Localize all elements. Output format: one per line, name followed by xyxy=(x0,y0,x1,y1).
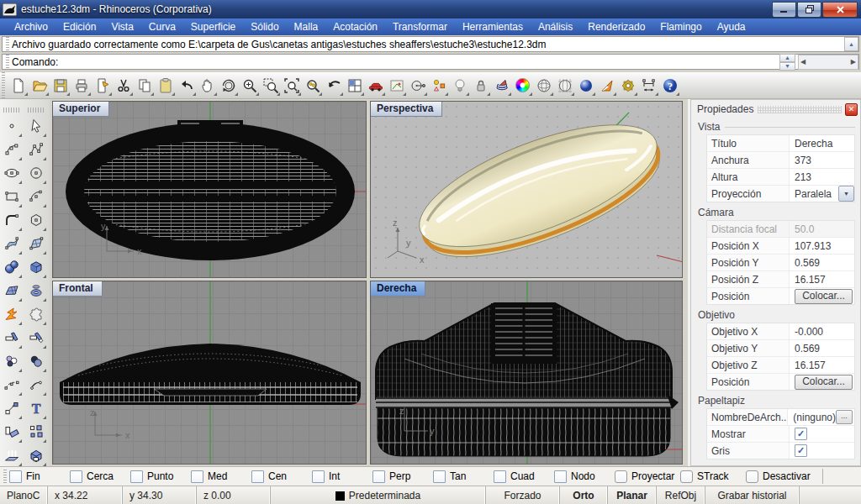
restore-button[interactable] xyxy=(797,2,821,18)
prop-value-objetivo-x[interactable]: -0.000 xyxy=(790,323,854,339)
osnap-checkbox[interactable] xyxy=(70,470,82,483)
arc-blend-icon[interactable] xyxy=(24,373,47,396)
split-icon[interactable] xyxy=(24,326,47,349)
menu-curva[interactable]: Curva xyxy=(141,19,183,34)
paste-icon[interactable] xyxy=(156,75,176,97)
prop-value-anchura[interactable]: 373 xyxy=(790,152,854,168)
menu-malla[interactable]: Malla xyxy=(287,19,326,34)
lock-icon[interactable] xyxy=(471,75,491,97)
color-wheel-icon[interactable] xyxy=(513,75,533,97)
extrude-icon[interactable] xyxy=(0,444,23,467)
osnap-strack[interactable]: STrack xyxy=(680,470,746,483)
render-icon[interactable] xyxy=(597,75,617,97)
zoom-extents-icon[interactable] xyxy=(282,75,302,97)
explode-icon[interactable] xyxy=(0,302,23,326)
viewport-tab-superior[interactable]: Superior xyxy=(53,102,109,117)
panel-close-icon[interactable]: ✕ xyxy=(845,103,858,116)
menu-archivo[interactable]: Archivo xyxy=(7,19,55,34)
selection-filter-icon[interactable] xyxy=(429,75,449,97)
export-icon[interactable] xyxy=(92,75,113,97)
rotate-view-icon[interactable] xyxy=(219,75,239,97)
viewport-perspectiva[interactable]: Perspectiva xyxy=(370,101,683,278)
osnap-checkbox[interactable] xyxy=(554,470,567,483)
prop-value-posicion-x[interactable]: 107.913 xyxy=(790,238,854,254)
toolbar-grip[interactable] xyxy=(2,72,5,98)
menu-vista[interactable]: Vista xyxy=(103,19,140,34)
osnap-fin[interactable]: Fin xyxy=(9,470,70,483)
proyeccion-dropdown-icon[interactable]: ▼ xyxy=(838,186,854,202)
panel-drag-handle[interactable] xyxy=(758,106,842,113)
osnap-grip[interactable] xyxy=(3,470,7,483)
osnap-checkbox[interactable] xyxy=(494,470,506,483)
viewport-frontal[interactable]: Frontal z x xyxy=(52,281,367,465)
solid-box-icon[interactable] xyxy=(24,444,47,467)
fillet-icon[interactable] xyxy=(0,208,23,232)
select-icon[interactable] xyxy=(24,114,47,138)
command-prompt-row[interactable]: Comando: ▲ ▼ ◀ ▶ xyxy=(2,54,859,70)
osnap-cen[interactable]: Cen xyxy=(251,470,312,483)
undo-view-icon[interactable] xyxy=(324,75,344,97)
osnap-checkbox[interactable] xyxy=(680,470,693,483)
move-icon[interactable] xyxy=(0,396,23,420)
scroll-left-icon[interactable]: ◀ xyxy=(800,58,806,66)
toggle-forzado[interactable]: Forzado xyxy=(486,486,560,504)
osnap-med[interactable]: Med xyxy=(191,470,251,483)
open-file-icon[interactable] xyxy=(29,75,50,97)
osnap-cerca[interactable]: Cerca xyxy=(70,470,130,483)
rendered-display-icon[interactable] xyxy=(576,75,596,97)
close-button[interactable] xyxy=(822,2,858,18)
osnap-tan[interactable]: Tan xyxy=(433,470,494,483)
osnap-checkbox[interactable] xyxy=(251,470,264,483)
prop-value-posicion-z[interactable]: 16.157 xyxy=(790,271,854,287)
viewport-tab-derecha[interactable]: Derecha xyxy=(371,281,425,297)
toggle-orto[interactable]: Orto xyxy=(560,486,608,504)
spin-up-icon[interactable]: ▲ xyxy=(779,54,795,62)
prop-value-posicion-y[interactable]: 0.569 xyxy=(790,255,854,270)
car-icon[interactable] xyxy=(366,75,386,97)
trim-icon[interactable] xyxy=(0,326,23,349)
circle-axis-icon[interactable] xyxy=(408,75,428,97)
text-icon[interactable]: T xyxy=(24,396,47,420)
prop-value-nombre-archivo[interactable]: (ninguno) ... xyxy=(788,409,854,425)
osnap-nodo[interactable]: Nodo xyxy=(554,470,615,483)
copy-icon[interactable] xyxy=(135,75,155,97)
osnap-checkbox[interactable] xyxy=(130,470,143,483)
cplane-map-icon[interactable] xyxy=(387,75,407,97)
polygon-icon[interactable] xyxy=(24,208,47,232)
osnap-proyectar[interactable]: Proyectar xyxy=(615,470,680,483)
toggle-refobj[interactable]: RefObj xyxy=(657,486,705,504)
surface-points-icon[interactable] xyxy=(24,232,47,255)
rotate-copy-icon[interactable] xyxy=(0,420,23,444)
toggle-planar[interactable]: Planar xyxy=(608,486,657,504)
viewport-tab-perspectiva[interactable]: Perspectiva xyxy=(371,102,442,117)
minimize-button[interactable] xyxy=(772,2,796,18)
osnap-int[interactable]: Int xyxy=(312,470,372,483)
zoom-selected-icon[interactable] xyxy=(303,75,323,97)
sphere-icon[interactable] xyxy=(0,255,23,279)
array-icon[interactable] xyxy=(24,420,47,444)
viewport-derecha[interactable]: Derecha xyxy=(370,281,683,465)
ghosted-display-icon[interactable] xyxy=(555,75,575,97)
join-puzzle-icon[interactable] xyxy=(24,302,47,326)
osnap-desactivar[interactable]: Desactivar xyxy=(746,470,817,483)
tube-icon[interactable] xyxy=(24,279,47,302)
osnap-punto[interactable]: Punto xyxy=(130,470,191,483)
render-mesh-icon[interactable] xyxy=(492,75,512,97)
menu-edicion[interactable]: Edición xyxy=(55,19,103,34)
menu-herramientas[interactable]: Herramientas xyxy=(455,19,531,34)
new-file-icon[interactable] xyxy=(8,75,29,97)
undo-icon[interactable] xyxy=(177,75,197,97)
options-gear-icon[interactable] xyxy=(618,75,638,97)
osnap-checkbox[interactable] xyxy=(615,470,627,483)
rebuild-curve-icon[interactable] xyxy=(0,373,23,396)
rectangle-icon[interactable] xyxy=(0,185,23,208)
polyline-icon[interactable] xyxy=(24,138,47,161)
scroll-right-icon[interactable]: ▶ xyxy=(851,58,856,66)
cut-icon[interactable] xyxy=(114,75,134,97)
point-icon[interactable] xyxy=(0,114,23,138)
dimension-icon[interactable] xyxy=(639,75,659,97)
osnap-checkbox[interactable] xyxy=(746,470,758,483)
arc-icon[interactable] xyxy=(24,185,47,208)
prop-value-objetivo-y[interactable]: 0.569 xyxy=(790,340,854,356)
circle-icon[interactable] xyxy=(24,161,47,185)
